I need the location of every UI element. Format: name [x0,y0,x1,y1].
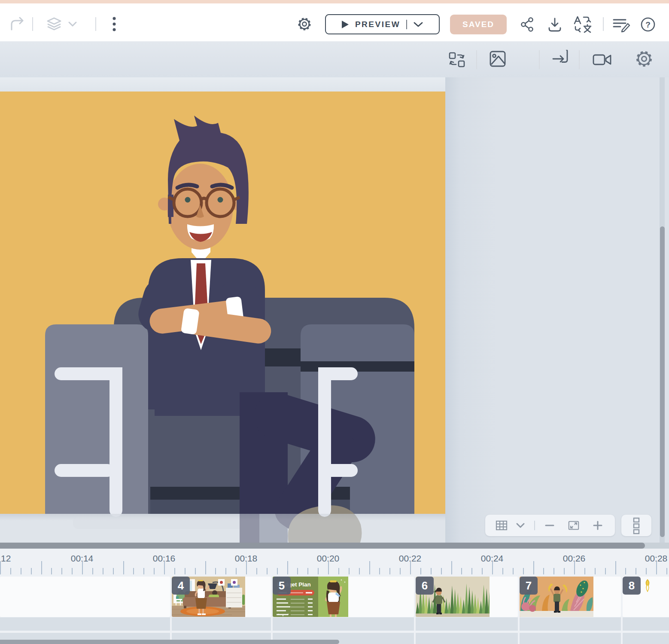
import-button[interactable] [550,49,570,68]
canvas-scene[interactable] [0,92,445,570]
scene-block-8[interactable]: 8 [623,577,669,617]
track-element[interactable] [172,617,271,631]
ruler-label: 12 [1,553,11,564]
ruler-tick [471,568,472,574]
image-icon [488,49,507,68]
ruler-tick [10,568,11,574]
timeline[interactable]: 1200:1400:1600:1800:2000:2200:2400:2600:… [0,549,669,644]
ruler-tick [636,568,636,574]
track-element[interactable] [623,633,669,644]
notes-edit-button[interactable] [611,15,631,34]
background-image-button[interactable] [488,49,507,68]
lemon-icon [642,579,654,594]
ruler-tick [31,568,32,574]
ruler-tick [389,568,390,574]
toolbar-divider [32,17,33,31]
main-toolbar: PREVIEW SAVED ? [0,3,669,42]
fit-screen-button[interactable] [565,515,582,536]
track-element[interactable] [273,617,414,631]
scene-block-7[interactable]: 7 [520,577,621,617]
ruler-tick [307,568,308,574]
ruler-tick [656,561,657,574]
help-button[interactable]: ? [639,15,657,34]
ruler-tick [584,568,585,574]
track-element[interactable] [0,617,170,631]
track-element[interactable] [623,617,669,631]
ruler-tick [143,568,144,574]
ruler-tick [625,568,626,574]
layers-button[interactable] [44,15,64,33]
ruler-tick [318,568,319,574]
timeline-scrollbar-thumb[interactable] [0,640,339,644]
scene-list-button[interactable] [621,515,651,536]
element-track-1 [0,617,669,631]
scene-block-previous[interactable] [0,577,170,617]
controls-divider [534,521,535,530]
preview-button[interactable]: PREVIEW [325,14,440,34]
ruler-tick [72,568,73,574]
scene-block-6[interactable]: 6 [416,577,518,617]
share-button[interactable] [519,16,536,33]
scene-lane: 4 Budget Plan [0,577,669,617]
scene-number-badge: 4 [172,577,190,595]
track-element[interactable] [520,633,621,644]
horizontal-scrollbar-track[interactable] [0,543,669,549]
ruler-tick [113,568,114,574]
scene-toolbar [0,42,669,77]
ruler-tick [369,561,370,574]
grid-dropdown-button[interactable] [513,515,528,536]
layers-icon [45,15,64,33]
ruler-tick [246,561,247,574]
zoom-out-button[interactable] [542,515,557,536]
ruler-tick [133,568,134,574]
gear-icon [634,49,654,69]
svg-text:?: ? [645,20,651,29]
ruler-tick [256,568,257,574]
toolbar-divider [603,17,604,31]
ruler-tick [461,568,462,574]
track-element[interactable] [520,617,621,631]
redo-button[interactable] [9,16,26,32]
ruler-tick [553,568,554,574]
ruler-tick [666,568,667,574]
ruler-tick [605,568,606,574]
zoom-in-button[interactable] [589,515,606,536]
ruler-tick [533,561,534,574]
video-settings-button[interactable] [295,15,313,33]
download-button[interactable] [546,16,563,33]
vertical-scrollbar-thumb[interactable] [660,226,665,537]
scene-block-4[interactable]: 4 [172,577,271,617]
ruler-tick [502,568,503,574]
swap-scene-button[interactable] [447,51,466,68]
zoom-out-icon [544,520,555,531]
horizontal-scrollbar-thumb[interactable] [0,543,645,549]
ruler-tick [195,568,196,574]
swap-scene-icon [448,52,465,68]
ruler-tick [564,568,565,574]
kebab-menu-icon [112,15,116,33]
scene-block-5[interactable]: Budget Plan [273,577,414,617]
track-element[interactable] [416,617,518,631]
ruler-tick [51,568,52,574]
ruler-tick [103,568,103,574]
scene-settings-button[interactable] [634,49,654,69]
layers-dropdown-button[interactable] [65,19,80,29]
ruler-tick [328,561,329,574]
ruler-tick [615,561,616,574]
chevron-down-icon [68,21,77,27]
ruler-tick [154,568,155,574]
ruler-tick [349,568,350,574]
ruler-tick [185,568,185,574]
grid-button[interactable] [493,515,510,536]
translate-button[interactable] [573,15,593,34]
ruler-tick [431,568,432,574]
more-options-button[interactable] [106,15,122,34]
track-element[interactable] [416,633,518,644]
ruler-tick [595,568,596,574]
ruler-tick [92,568,93,574]
ruler-tick [543,568,544,574]
camera-button[interactable] [592,51,613,68]
workspace-right-area [445,77,669,543]
preview-button-divider [406,20,407,29]
ruler-tick [82,561,83,574]
